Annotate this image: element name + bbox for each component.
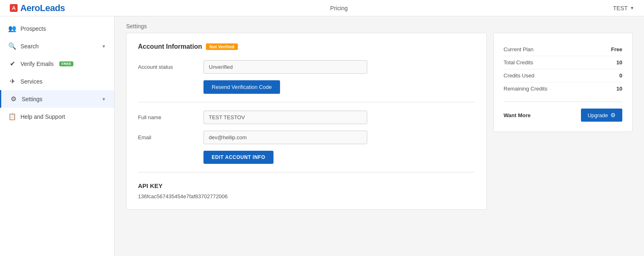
account-status-group: Account status <box>138 60 475 74</box>
main-content: Settings Account Information Not Verifie… <box>115 16 644 256</box>
help-icon: 📋 <box>8 113 16 120</box>
full-name-group: Full name <box>138 111 475 124</box>
api-key-title: API KEY <box>138 182 475 189</box>
topnav: A AeroLeads Pricing TEST ▼ <box>0 0 644 16</box>
sidebar-item-label: Help and Support <box>20 113 65 120</box>
divider <box>138 102 475 102</box>
full-name-label: Full name <box>138 114 203 120</box>
email-label: Email <box>138 134 203 140</box>
credits-value: 10 <box>617 59 622 66</box>
sidebar: 👥 Prospects 🔍 Search ▼ ✔ Verify Emails F… <box>0 16 115 256</box>
search-icon: 🔍 <box>8 42 16 50</box>
credits-label: Total Credits <box>504 59 533 66</box>
credits-row: Total Credits10 <box>504 56 622 69</box>
breadcrumb: Settings <box>115 16 644 33</box>
account-status-input <box>203 60 367 74</box>
email-input[interactable] <box>203 131 367 144</box>
credits-table: Current PlanFreeTotal Credits10Credits U… <box>504 43 622 95</box>
settings-icon: ⚙ <box>9 95 18 103</box>
credits-panel: Current PlanFreeTotal Credits10Credits U… <box>493 33 633 132</box>
want-more-label: Want More <box>504 112 531 118</box>
not-verified-badge: Not Verified <box>206 43 237 50</box>
sidebar-item-label: Services <box>20 78 43 85</box>
verify-icon: ✔ <box>8 60 16 68</box>
sidebar-item-services[interactable]: ✈ Services <box>0 72 114 90</box>
user-name: TEST <box>613 5 628 11</box>
credits-value: 10 <box>617 86 622 92</box>
free-badge: FREE <box>59 61 73 66</box>
credits-row: Credits Used0 <box>504 69 622 82</box>
sidebar-item-label: Settings <box>22 96 43 102</box>
section-heading: Account Information Not Verified <box>138 43 475 50</box>
credits-row: Remaining Credits10 <box>504 82 622 95</box>
edit-account-info-button[interactable]: EDIT ACCOUNT INFO <box>203 151 273 164</box>
settings-panel: Account Information Not Verified Account… <box>126 33 487 210</box>
chevron-down-icon: ▼ <box>630 6 634 10</box>
sidebar-item-label: Search <box>20 43 38 50</box>
content-area: Account Information Not Verified Account… <box>115 33 644 221</box>
account-status-label: Account status <box>138 64 203 70</box>
sidebar-item-search[interactable]: 🔍 Search ▼ <box>0 37 114 55</box>
full-name-input[interactable] <box>203 111 367 124</box>
sidebar-item-settings[interactable]: ⚙ Settings ▼ <box>0 90 114 108</box>
app-layout: 👥 Prospects 🔍 Search ▼ ✔ Verify Emails F… <box>0 16 644 256</box>
email-group: Email <box>138 131 475 144</box>
chevron-down-icon: ▼ <box>102 97 106 102</box>
pricing-link[interactable]: Pricing <box>330 5 348 11</box>
user-menu[interactable]: TEST ▼ <box>613 5 634 11</box>
credits-value: Free <box>611 46 622 52</box>
want-more-row: Want More Upgrade ⚙ <box>504 102 622 122</box>
logo-text: AeroLeads <box>20 3 65 14</box>
sidebar-item-help-support[interactable]: 📋 Help and Support <box>0 108 114 125</box>
upgrade-button[interactable]: Upgrade ⚙ <box>581 109 622 122</box>
credits-row: Current PlanFree <box>504 43 622 56</box>
gear-icon: ⚙ <box>610 112 616 118</box>
credits-label: Credits Used <box>504 72 534 79</box>
api-key-section: API KEY 136fcac567435454e7faf83702772006 <box>138 182 475 199</box>
sidebar-item-prospects[interactable]: 👥 Prospects <box>0 20 114 37</box>
logo-icon: A <box>10 4 18 12</box>
credits-label: Current Plan <box>504 46 533 52</box>
logo-link[interactable]: A AeroLeads <box>10 3 65 14</box>
section-title: Account Information <box>138 43 202 50</box>
sidebar-item-label: Prospects <box>20 25 46 32</box>
topnav-links: Pricing <box>330 5 348 11</box>
services-icon: ✈ <box>8 77 16 85</box>
sidebar-item-label: Verify Emails <box>20 61 54 67</box>
resend-verification-button[interactable]: Resend Verification Code <box>203 80 280 94</box>
divider-2 <box>138 172 475 172</box>
sidebar-item-verify-emails[interactable]: ✔ Verify Emails FREE <box>0 55 114 72</box>
api-key-value: 136fcac567435454e7faf83702772006 <box>138 193 475 199</box>
prospects-icon: 👥 <box>8 25 16 32</box>
upgrade-label: Upgrade <box>588 112 608 118</box>
chevron-down-icon: ▼ <box>102 44 106 49</box>
credits-label: Remaining Credits <box>504 86 547 92</box>
credits-value: 0 <box>619 72 622 79</box>
